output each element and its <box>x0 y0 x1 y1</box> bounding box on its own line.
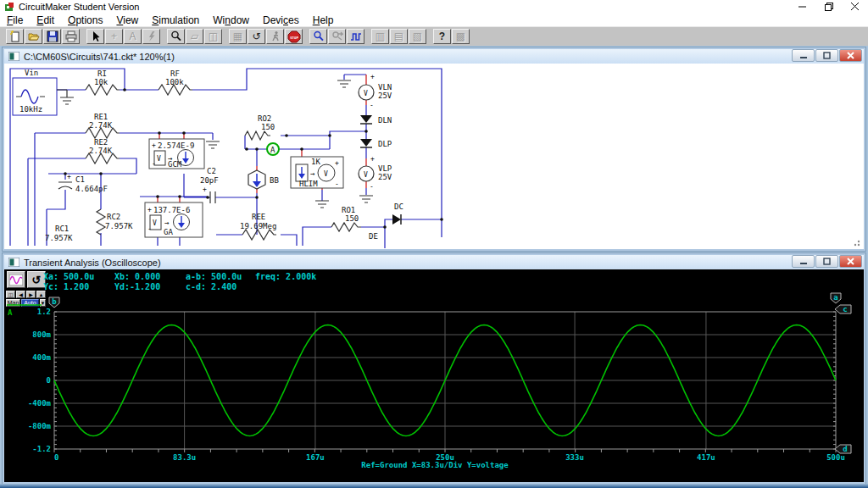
svg-text:V: V <box>157 155 161 163</box>
menu-item-options[interactable]: Options <box>61 14 109 26</box>
svg-text:+: + <box>152 141 156 149</box>
gcm-source[interactable]: + 2.574E-9 V + → GCM - <box>149 139 204 169</box>
mirror-button[interactable]: ◫ <box>204 29 222 44</box>
y-tick-label: -400m <box>28 399 52 408</box>
schematic-close-button[interactable] <box>839 49 862 62</box>
resistor-ro1[interactable] <box>331 223 361 231</box>
rotate-button[interactable]: ▱ <box>186 29 203 44</box>
vln-source[interactable]: V + VLN 25V - <box>359 73 392 109</box>
svg-text:C1: C1 <box>75 175 85 184</box>
y-tick-label: -1.2 <box>32 445 51 453</box>
schematic-canvas[interactable]: Vin 10kHz <box>4 64 864 249</box>
schematic-title: C:\CM60S\Circuits\741.ckt* 120%(1) <box>24 52 175 62</box>
svg-text:RI: RI <box>97 69 107 78</box>
text-tool-button[interactable]: A <box>124 29 142 44</box>
diode-dlp[interactable]: DLP <box>360 139 392 148</box>
maximize-button[interactable] <box>816 0 842 14</box>
svg-text:1K: 1K <box>311 158 320 166</box>
svg-text:V: V <box>324 170 328 178</box>
wire-tool-button[interactable]: + <box>105 29 123 44</box>
waveforms-button[interactable] <box>347 29 364 44</box>
bb-source[interactable]: BB <box>248 170 279 189</box>
close-button[interactable] <box>843 0 868 14</box>
menu-item-file[interactable]: File <box>0 14 30 26</box>
svg-text:V: V <box>364 171 368 179</box>
diode-dc[interactable]: DC <box>392 202 403 225</box>
x-tick-label: 417u <box>697 453 715 462</box>
minimize-button[interactable] <box>790 0 815 14</box>
menu-item-window[interactable]: Window <box>206 14 256 26</box>
menu-item-devices[interactable]: Devices <box>256 14 306 26</box>
select-cursor-button[interactable] <box>86 29 104 44</box>
svg-text:-: - <box>152 160 156 168</box>
reset-simulation-button[interactable]: ↺ <box>248 29 265 44</box>
window-frame-bottom <box>0 484 868 488</box>
find-button[interactable]: ▤ <box>390 29 408 44</box>
svg-text:Vin: Vin <box>25 69 38 77</box>
resistor-ree[interactable] <box>242 230 276 240</box>
wires <box>10 69 442 248</box>
resistor-ro2[interactable] <box>245 131 270 140</box>
scope-close-button[interactable] <box>839 255 862 268</box>
svg-text:DC: DC <box>394 202 403 211</box>
svg-text:DLN: DLN <box>378 116 392 125</box>
run-simulation-button[interactable] <box>266 29 284 44</box>
hlim-ground <box>315 201 329 208</box>
menu-bar: FileEditOptionsViewSimulationWindowDevic… <box>0 14 868 26</box>
x-tick-label: 333u <box>565 453 584 462</box>
resistor-rc2[interactable] <box>97 209 105 235</box>
schematic-minimize-button[interactable] <box>792 49 815 62</box>
svg-text:-: - <box>335 180 339 188</box>
rules-check-button[interactable]: ▥ <box>371 29 389 44</box>
scope-restore-button[interactable] <box>815 255 838 268</box>
svg-text:137.7E-6: 137.7E-6 <box>153 206 190 214</box>
vin-source[interactable]: Vin 10kHz <box>13 69 57 115</box>
svg-text:+: + <box>335 159 339 167</box>
svg-text:10kHz: 10kHz <box>19 105 42 114</box>
ga-source[interactable]: + 137.7E-6 V → GA - <box>145 202 203 237</box>
new-file-button[interactable] <box>6 29 24 44</box>
capacitor-c2[interactable]: + <box>203 186 215 203</box>
diode-dln[interactable]: DLN <box>360 105 392 125</box>
menu-item-help[interactable]: Help <box>306 14 341 26</box>
open-file-button[interactable] <box>25 29 42 44</box>
menu-item-simulation[interactable]: Simulation <box>145 14 206 26</box>
svg-text:+: + <box>67 173 71 180</box>
probe-tool-button[interactable] <box>309 29 327 44</box>
resize-grip[interactable] <box>854 241 860 246</box>
help-button[interactable]: ? <box>433 29 451 44</box>
cursor-a[interactable]: a <box>831 293 841 303</box>
menu-item-edit[interactable]: Edit <box>30 14 61 26</box>
svg-text:RF: RF <box>170 69 180 78</box>
probe-settings-button[interactable] <box>328 29 346 44</box>
svg-text:GCM: GCM <box>168 160 182 169</box>
schematic-restore-button[interactable] <box>815 49 838 62</box>
save-button[interactable] <box>43 29 61 44</box>
zoom-tool-button[interactable] <box>167 29 185 44</box>
cursor-d[interactable]: d <box>835 445 851 453</box>
svg-text:V: V <box>153 219 157 227</box>
svg-text:→: → <box>310 169 315 178</box>
notes-button[interactable]: ▧ <box>409 29 426 44</box>
stop-simulation-button[interactable]: STOP <box>285 29 303 44</box>
main-titlebar: CircuitMaker Student Version <box>0 0 868 14</box>
mixed-mode-button[interactable]: ▩ <box>452 29 470 44</box>
hlim-source[interactable]: 1K + → V HLIM - <box>291 157 343 188</box>
menu-item-view[interactable]: View <box>109 14 145 26</box>
ammeter-probe[interactable]: A <box>267 143 279 155</box>
x-tick-label: 83.3u <box>173 453 196 462</box>
print-button[interactable] <box>62 29 80 44</box>
x-tick-label: 500u <box>826 453 845 462</box>
svg-text:+: + <box>370 155 375 163</box>
cursor-b[interactable]: b <box>49 297 59 308</box>
digital-mode-button[interactable]: ▦ <box>229 29 247 44</box>
svg-text:RO2: RO2 <box>258 114 271 123</box>
y-tick-label: 800m <box>32 330 51 339</box>
svg-text:GA: GA <box>164 228 173 236</box>
cursor-c[interactable]: c <box>835 305 851 313</box>
svg-text:4.664pF: 4.664pF <box>75 185 108 193</box>
svg-text:A: A <box>8 308 13 317</box>
delete-tool-button[interactable] <box>142 29 160 44</box>
vlp-source[interactable]: V + VLP 25V - <box>359 155 392 191</box>
scope-minimize-button[interactable] <box>792 255 815 268</box>
